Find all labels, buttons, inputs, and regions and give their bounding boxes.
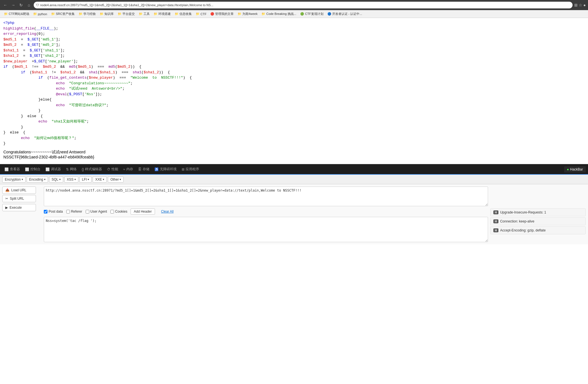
xss-chevron: ▾ — [74, 178, 76, 181]
network-icon: ⇅ — [66, 167, 69, 171]
bookmark-dev[interactable]: 🔵 开发者认证 - 认证中... — [326, 11, 364, 17]
header-value-3: Accept-Encoding: gzip, deflate — [500, 228, 546, 232]
code-line: echo "Congratulations~~~~~~~~~~~"; — [3, 81, 585, 86]
header-badge-2: H — [493, 219, 498, 223]
post-data-input[interactable]: Nss=system('tac /flag '); — [44, 217, 488, 242]
header-badge-1: H — [493, 210, 498, 214]
encoding-label: Encoding — [29, 178, 43, 181]
clear-all-label: Clear All — [161, 210, 174, 213]
devtool-application[interactable]: ⊞ 应用程序 — [179, 166, 201, 173]
xss-menu[interactable]: XSS ▾ — [64, 176, 78, 183]
devtool-accessibility[interactable]: ♿ 无障碍环境 — [152, 166, 179, 173]
back-button[interactable]: ← — [2, 2, 8, 8]
code-line: echo "可曾听过data协议?"; — [3, 103, 585, 108]
hackbar-right-panel: H Upgrade-Insecure-Requests: 1 H Connect… — [490, 187, 586, 242]
devtool-memory[interactable]: ≈ 内存 — [121, 166, 135, 173]
browser-icons: ⊞ ☆ ● — [574, 3, 586, 7]
split-url-icon: ✂ — [5, 197, 8, 201]
bookmark-week[interactable]: 📁 为期4week — [236, 11, 259, 17]
user-agent-checkbox[interactable]: User Agent — [86, 210, 107, 213]
encoding-menu[interactable]: Encoding ▾ — [27, 176, 48, 183]
devtool-debugger[interactable]: ⬜ 调试器 — [43, 166, 63, 173]
code-line: }else{ — [3, 97, 585, 103]
code-line: $new_player =$_GET['new_player']; — [3, 59, 585, 64]
post-data-check-input[interactable] — [44, 210, 47, 213]
cookies-check-input[interactable] — [110, 210, 114, 213]
split-url-button[interactable]: ✂ Split URL — [2, 195, 36, 202]
code-line: $md5_2 = $_GET['md5_2']; — [3, 42, 585, 48]
lfi-chevron: ▾ — [88, 178, 89, 181]
bookmark-ctfreview[interactable]: 🟢 CTF复现计划 — [298, 11, 325, 17]
code-line: } — [3, 108, 585, 113]
cookies-checkbox[interactable]: Cookies — [110, 210, 127, 213]
header-item-3: H Accept-Encoding: gzip, deflate — [490, 226, 586, 234]
load-url-button[interactable]: 📤 Load URL — [2, 187, 36, 194]
address-text: node4.anna.nssctf.cn:28971/?md5_1[]=1&md… — [40, 3, 570, 7]
bookmark-ctf2[interactable]: 📁 CTF — [194, 12, 208, 16]
qr-icon[interactable]: ⊞ — [574, 3, 578, 7]
header-item-2: H Connection: keep-alive — [490, 217, 586, 225]
bookmark-src[interactable]: 📁 SRC资产收集 — [49, 11, 76, 17]
load-url-icon: 📤 — [5, 188, 10, 192]
other-menu[interactable]: Other ▾ — [108, 176, 124, 183]
user-agent-check-input[interactable] — [86, 210, 89, 213]
bookmark-platform[interactable]: 📁 平台提交 — [116, 11, 136, 17]
browser-chrome: ← → ↻ ⌂ 🛡 node4.anna.nssctf.cn:28971/?md… — [0, 0, 588, 10]
hackbar-left-panel: 📤 Load URL ✂ Split URL ▶ Execute — [2, 187, 42, 242]
code-line: if (file_get_contents($new_player) === "… — [3, 75, 585, 81]
devtool-performance[interactable]: ⏱ 性能 — [105, 166, 120, 173]
memory-icon: ≈ — [123, 167, 125, 171]
bookmark-manage[interactable]: 🔴 管理我的文章 — [209, 11, 235, 17]
forward-button[interactable]: → — [10, 2, 16, 8]
bookmark-codebreak[interactable]: 📁 Code Breaking 挑战... — [260, 11, 298, 17]
clear-all-button[interactable]: Clear All — [158, 209, 177, 214]
devtools-bar: ⬜ 查看器 ⬜ 控制台 ⬜ 调试器 ⇅ 网络 {} 样式编辑器 ⏱ 性能 ≈ 内… — [0, 164, 588, 174]
devtool-console[interactable]: ⬜ 控制台 — [23, 166, 43, 173]
bookmark-python[interactable]: 📁 python — [31, 12, 49, 16]
encryption-label: Encryption — [5, 178, 21, 181]
xxe-menu[interactable]: XXE ▾ — [93, 176, 107, 183]
encryption-menu[interactable]: Encryption ▾ — [2, 176, 26, 183]
lfi-menu[interactable]: LFI ▾ — [79, 176, 92, 183]
devtool-inspector[interactable]: ⬜ 查看器 — [2, 166, 22, 173]
user-agent-label: User Agent — [90, 210, 107, 213]
execute-button[interactable]: ▶ Execute — [2, 204, 36, 211]
bookmark-knowledge[interactable]: 📁 知识库 — [98, 11, 115, 17]
url-input[interactable]: http://node4.anna.nssctf.cn:28971/?md5_1… — [44, 187, 488, 206]
bookmark-ctf[interactable]: 📁 CTF网站&靶场 — [2, 11, 31, 17]
debugger-icon: ⬜ — [45, 167, 50, 171]
sql-menu[interactable]: SQL ▾ — [49, 176, 63, 183]
header-item-1: H Upgrade-Insecure-Requests: 1 — [490, 208, 586, 216]
xxe-chevron: ▾ — [103, 178, 104, 181]
code-line: } — [3, 124, 585, 130]
bookmark-env[interactable]: 📁 环境搭建 — [152, 11, 172, 17]
devtool-storage[interactable]: 🗄 存储 — [136, 166, 152, 173]
home-button[interactable]: ⌂ — [26, 2, 32, 8]
post-data-checkbox[interactable]: Post data — [44, 210, 63, 213]
code-line: <?php — [3, 20, 585, 26]
code-line: echo "如何让md5值相等呢？"; — [3, 135, 585, 141]
bookmark-info[interactable]: 📁 信息收集 — [173, 11, 193, 17]
add-header-button[interactable]: Add Header — [131, 208, 155, 215]
hackbar-tab[interactable]: ● HackBar — [564, 166, 586, 172]
bookmark-tools[interactable]: 📁 工具 — [137, 11, 151, 17]
code-line: $md5_1 = $_GET['md5_1']; — [3, 37, 585, 42]
profile-icon[interactable]: ● — [584, 3, 586, 7]
hackbar-options: Post data Referer User Agent Cookies Add… — [44, 208, 488, 215]
hackbar-center-panel: http://node4.anna.nssctf.cn:28971/?md5_1… — [44, 187, 488, 242]
refresh-button[interactable]: ↻ — [18, 2, 24, 8]
code-line: $sha1_1 = $_GET['sha1_1']; — [3, 48, 585, 53]
devtool-network[interactable]: ⇅ 网络 — [64, 166, 79, 173]
bookmark-study[interactable]: 📁 学习经验 — [77, 11, 97, 17]
devtool-style-editor[interactable]: {} 样式编辑器 — [79, 166, 104, 173]
execute-label: Execute — [10, 206, 22, 210]
storage-icon: 🗄 — [138, 167, 142, 171]
header-badge-3: H — [493, 228, 498, 232]
address-bar[interactable]: 🛡 node4.anna.nssctf.cn:28971/?md5_1[]=1&… — [34, 2, 573, 8]
other-chevron: ▾ — [120, 178, 121, 181]
split-url-label: Split URL — [10, 197, 24, 201]
star-icon[interactable]: ☆ — [579, 3, 582, 7]
referer-check-input[interactable] — [66, 210, 70, 213]
post-data-label: Post data — [49, 210, 63, 213]
referer-checkbox[interactable]: Referer — [66, 210, 82, 213]
